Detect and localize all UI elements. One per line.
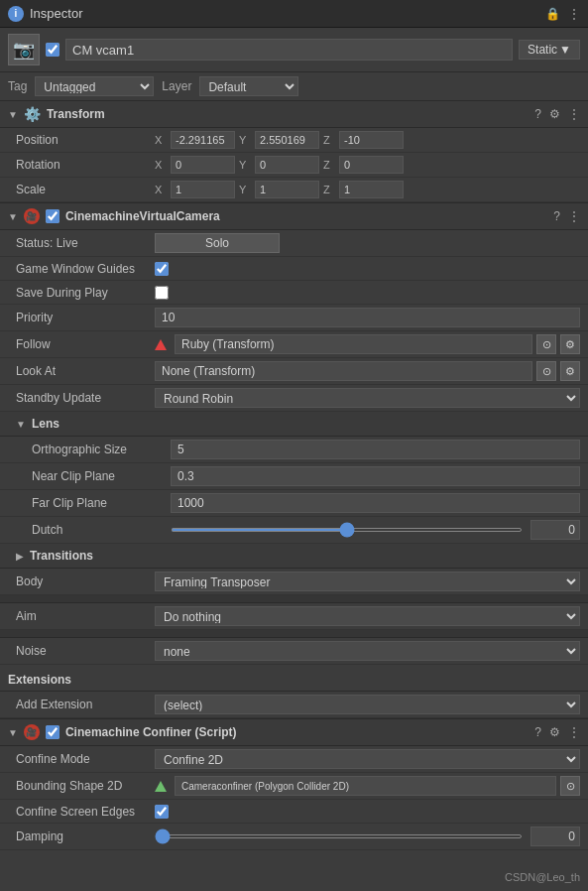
lens-section-header[interactable]: ▼ Lens (0, 412, 588, 437)
menu-icon[interactable]: ⋮ (568, 7, 580, 21)
orthographic-size-input[interactable] (171, 440, 580, 459)
position-y[interactable] (255, 131, 319, 149)
title-bar: i Inspector 🔒 ⋮ (0, 0, 588, 28)
near-clip-plane-input[interactable] (171, 466, 580, 486)
transitions-section-header[interactable]: ▶ Transitions (0, 544, 588, 569)
scale-x[interactable] (171, 181, 235, 198)
cinemachine-section-header[interactable]: ▼ 🎥 CinemachineVirtualCamera ? ⋮ (0, 202, 588, 230)
lookat-settings-btn[interactable]: ⚙ (560, 361, 580, 381)
cinemachine-help-icon[interactable]: ? (553, 209, 560, 223)
damping-row: Damping (0, 824, 588, 850)
priority-input[interactable] (155, 308, 580, 327)
far-clip-plane-row: Far Clip Plane (0, 490, 588, 517)
transform-settings-icon[interactable]: ⚙ (549, 107, 560, 121)
transform-help-icon[interactable]: ? (534, 107, 541, 121)
static-button[interactable]: Static ▼ (519, 40, 580, 60)
collider-icon (155, 781, 167, 792)
standby-update-select[interactable]: Round Robin (155, 388, 580, 408)
object-icon: 📷 (8, 34, 40, 65)
position-x[interactable] (171, 131, 235, 149)
tag-layer-row: Tag Untagged Layer Default (0, 72, 588, 101)
follow-input[interactable] (175, 334, 532, 354)
position-z[interactable] (339, 131, 404, 149)
bounding-shape-input[interactable] (175, 776, 556, 796)
scale-y[interactable] (255, 181, 319, 198)
confiner-help-icon[interactable]: ? (534, 725, 541, 739)
ruby-icon (155, 339, 167, 350)
priority-label: Priority (16, 311, 155, 324)
confiner-settings-icon[interactable]: ⚙ (549, 725, 560, 739)
lens-toggle: ▼ (16, 419, 26, 430)
follow-row: Follow ⊙ ⚙ (0, 331, 588, 358)
save-during-play-label: Save During Play (16, 286, 155, 300)
near-clip-plane-label: Near Clip Plane (32, 469, 171, 483)
rotation-y[interactable] (255, 156, 319, 174)
status-row: Status: Live Solo (0, 230, 588, 257)
damping-slider[interactable] (155, 834, 523, 838)
confine-mode-label: Confine Mode (16, 752, 155, 766)
save-during-play-checkbox[interactable] (155, 286, 169, 300)
follow-target-btn[interactable]: ⊙ (536, 334, 556, 354)
aim-row: Aim Do nothing (0, 603, 588, 630)
lookat-input[interactable] (155, 361, 532, 381)
game-window-guides-label: Game Window Guides (16, 262, 155, 276)
layer-select[interactable]: Default (199, 76, 298, 96)
dutch-slider[interactable] (171, 528, 523, 532)
extensions-header: Extensions (0, 665, 588, 692)
damping-value[interactable] (530, 827, 580, 846)
noise-row: Noise none (0, 638, 588, 665)
far-clip-plane-input[interactable] (171, 493, 580, 513)
rotation-x[interactable] (171, 156, 235, 174)
body-select[interactable]: Framing Transposer (155, 572, 580, 591)
transform-icon: ⚙️ (24, 106, 41, 122)
transform-section-header[interactable]: ▼ ⚙️ Transform ? ⚙ ⋮ (0, 101, 588, 128)
follow-label: Follow (16, 337, 155, 351)
position-xyz: X Y Z (155, 131, 580, 149)
confiner-section-header[interactable]: ▼ 🎥 Cinemachine Confiner (Script) ? ⚙ ⋮ (0, 718, 588, 746)
save-during-play-row: Save During Play (0, 281, 588, 305)
scale-xyz: X Y Z (155, 181, 580, 198)
watermark: CSDN@Leo_th (505, 871, 580, 883)
aim-select[interactable]: Do nothing (155, 606, 580, 626)
lock-icon[interactable]: 🔒 (545, 7, 560, 21)
rotation-z[interactable] (339, 156, 404, 174)
follow-field: ⊙ ⚙ (155, 334, 580, 354)
scale-z[interactable] (339, 181, 404, 198)
cinemachine-title: CinemachineVirtualCamera (65, 209, 547, 223)
dutch-value[interactable] (530, 520, 580, 540)
confiner-enabled-checkbox[interactable] (46, 725, 59, 739)
orthographic-size-row: Orthographic Size (0, 437, 588, 463)
confine-screen-edges-label: Confine Screen Edges (16, 805, 155, 819)
info-icon: i (8, 6, 24, 22)
lookat-field: ⊙ ⚙ (155, 361, 580, 381)
object-enabled-checkbox[interactable] (46, 43, 59, 57)
transform-title: Transform (47, 107, 529, 121)
tag-select[interactable]: Untagged (35, 76, 154, 96)
separator-2 (0, 630, 588, 638)
cinemachine-enabled-checkbox[interactable] (46, 209, 59, 223)
cinemachine-menu-icon[interactable]: ⋮ (568, 209, 580, 223)
transform-menu-icon[interactable]: ⋮ (568, 107, 580, 121)
follow-settings-btn[interactable]: ⚙ (560, 334, 580, 354)
layer-label: Layer (162, 79, 191, 93)
add-extension-row: Add Extension (select) (0, 692, 588, 718)
lookat-target-btn[interactable]: ⊙ (536, 361, 556, 381)
bounding-shape-row: Bounding Shape 2D ⊙ (0, 773, 588, 800)
noise-select[interactable]: none (155, 641, 580, 661)
body-label: Body (16, 574, 155, 588)
rotation-row: Rotation X Y Z (0, 153, 588, 178)
confiner-menu-icon[interactable]: ⋮ (568, 725, 580, 739)
solo-button[interactable]: Solo (155, 233, 280, 253)
bounding-shape-btn[interactable]: ⊙ (560, 776, 580, 796)
confine-mode-select[interactable]: Confine 2D (155, 749, 580, 769)
confine-screen-edges-checkbox[interactable] (155, 805, 169, 819)
rotation-label: Rotation (16, 158, 155, 172)
game-window-guides-checkbox[interactable] (155, 262, 169, 276)
object-name-input[interactable] (65, 39, 513, 61)
far-clip-plane-label: Far Clip Plane (32, 496, 171, 510)
position-row: Position X Y Z (0, 128, 588, 153)
game-window-guides-row: Game Window Guides (0, 257, 588, 281)
add-extension-select[interactable]: (select) (155, 695, 580, 714)
title-bar-title: Inspector (30, 6, 545, 21)
orthographic-size-label: Orthographic Size (32, 443, 171, 456)
